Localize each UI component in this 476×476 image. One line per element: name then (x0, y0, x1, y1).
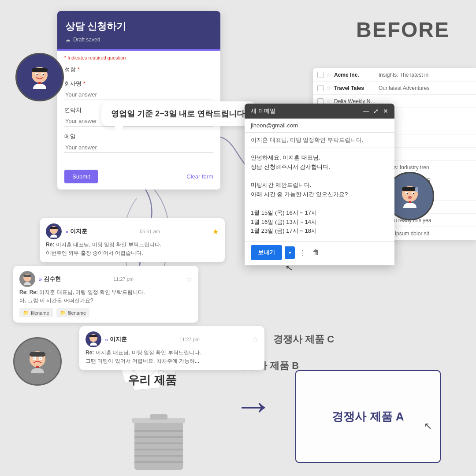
avatar-svg-2 (19, 271, 35, 287)
product-a-label: 경쟁사 제품 A (332, 409, 404, 424)
chat-name-1: » 이지훈 (65, 227, 87, 235)
chat-arrows-1: » (65, 228, 68, 235)
svg-rect-49 (134, 455, 183, 457)
gmail-sender-2: Travel Tales (334, 85, 376, 91)
svg-rect-25 (23, 275, 31, 277)
trash-bin (130, 399, 187, 476)
minimize-icon[interactable]: — (363, 108, 369, 115)
svg-text:×: × (33, 357, 35, 360)
svg-point-15 (413, 193, 414, 194)
chat-time-1: 05:51 am (140, 229, 160, 234)
svg-point-17 (415, 187, 418, 192)
form-draft: ☁ Draft saved (65, 37, 212, 43)
form-title: 상담 신청하기 (65, 20, 212, 33)
gmail-snippet-1: Insights: The latest in (379, 72, 472, 78)
svg-rect-45 (134, 430, 183, 432)
gmail-row-1[interactable]: ☆ Acme Inc. Insights: The latest in (313, 68, 476, 82)
chat-arrows-2: » (39, 276, 42, 283)
gmail-row-2[interactable]: ☆ Travel Tales Our latest Adventures (313, 82, 476, 95)
gmail-sender-1: Acme Inc. (334, 72, 376, 78)
chat-card-2: » 김수현 11:27 pm ☆ Re: Re: 이지훈 대표님, 미팅 일정 … (13, 266, 198, 323)
field-company-label: 회사명 * (64, 80, 213, 88)
required-asterisk: * (78, 66, 80, 73)
chat-header-3: » 이지훈 11:27 pm ☆ (86, 331, 258, 347)
required-asterisk-2: * (83, 80, 86, 87)
send-button[interactable]: 보내기 (251, 245, 282, 260)
email-compose-body: 안녕하세요, 이지훈 대표님. 상담 신청해주셔서 감사합니다. 미팅시간 제안… (245, 148, 394, 241)
chat-star-3[interactable]: ☆ (252, 335, 258, 344)
gmail-star-1[interactable]: ☆ (326, 71, 331, 78)
chat-attachments-2: 📁 filename 📁 filename (19, 308, 192, 317)
chat-avatar-3 (86, 331, 101, 347)
chat-body-1: 이번주엔 외부 출장 중이어서 어렵습니다. (46, 249, 219, 257)
email-input[interactable] (64, 142, 213, 153)
avatar-svg-3 (86, 331, 101, 347)
more-options-button[interactable]: ⋮ (298, 247, 308, 259)
svg-rect-2 (32, 68, 48, 72)
gmail-checkbox-2[interactable] (317, 85, 324, 91)
email-compose-subject: 이지훈 대표님, 미팅 일정확인 부탁드립니다. (245, 133, 394, 148)
form-actions: Submit Clear form (57, 166, 220, 190)
chat-re-2: Re: Re: 이지훈 대표님, 미팅 일정 확인 부탁드립니다. (19, 289, 192, 296)
product-c-label: 경쟁사 제품 C (273, 333, 334, 346)
form-header: 상담 신청하기 ☁ Draft saved (57, 11, 220, 49)
maximize-icon[interactable]: ⤢ (373, 108, 379, 115)
field-email-label: 메일 (64, 133, 213, 141)
field-name-label: 성함 * (64, 66, 213, 74)
product-a-box: 경쟁사 제품 A (295, 370, 441, 463)
company-input[interactable] (64, 89, 213, 100)
svg-line-38 (24, 350, 26, 353)
before-label: BEFORE (356, 18, 450, 42)
cursor-product-icon: ↖ (424, 420, 432, 432)
required-note: * Indicates required question (64, 55, 213, 60)
big-arrow-right: → (234, 386, 273, 425)
chat-card-1: » 이지훈 05:51 am ★ Re: 이지훈 대표님, 미팅 일정 확인 부… (40, 218, 225, 262)
svg-point-16 (408, 196, 412, 199)
svg-point-6 (43, 74, 44, 75)
chat-re-3: Re: 이지훈 대표님, 미팅 일정 확인 부탁드립니다. (86, 349, 258, 357)
face-svg-confused (394, 181, 425, 212)
gmail-star-2[interactable]: ☆ (326, 85, 331, 91)
close-icon[interactable]: ✕ (383, 108, 388, 115)
chat-name-3: » 이지훈 (105, 335, 127, 343)
field-company: 회사명 * (64, 80, 213, 100)
field-email: 메일 (64, 133, 213, 153)
chat-avatar-1 (46, 223, 62, 239)
svg-rect-48 (134, 449, 183, 450)
submit-button[interactable]: Submit (64, 170, 98, 183)
email-compose-controls: — ⤢ ✕ (363, 108, 388, 115)
email-compose-footer: 보내기 ▾ ⋮ 🗑 (245, 241, 394, 265)
svg-rect-50 (134, 461, 183, 463)
svg-rect-46 (134, 436, 183, 438)
clear-button[interactable]: Clear form (186, 173, 213, 180)
chat-arrows-3: » (105, 336, 108, 343)
delete-draft-button[interactable]: 🗑 (311, 247, 321, 258)
chat-time-2: 11:27 pm (113, 276, 134, 282)
chat-star-2[interactable]: ☆ (186, 275, 192, 283)
svg-point-5 (37, 74, 38, 75)
chat-star-1[interactable]: ★ (212, 227, 219, 236)
chat-re-1: Re: 이지훈 대표님, 미팅 일정 확인 부탁드립니다. (46, 241, 219, 249)
chat-container: » 이지훈 05:51 am ★ Re: 이지훈 대표님, 미팅 일정 확인 부… (40, 218, 264, 370)
folder-icon-2: 📁 (60, 310, 66, 316)
email-compose-header: 새 이메일 — ⤢ ✕ (245, 104, 394, 119)
chat-avatar-2 (19, 271, 35, 287)
chat-body-3: 그땐 미팅이 있어서 어렵네요. 차차주에 가능하... (86, 357, 258, 365)
svg-rect-28 (89, 335, 97, 337)
form-panel: 상담 신청하기 ☁ Draft saved * Indicates requir… (57, 11, 220, 190)
char-topleft (15, 53, 64, 101)
gmail-checkbox-1[interactable] (317, 72, 324, 78)
email-compose-to: jihoon@gmail.com (245, 119, 394, 133)
svg-rect-47 (134, 443, 183, 444)
send-dropdown-button[interactable]: ▾ (285, 246, 295, 259)
gmail-snippet-2: Our latest Adventures (379, 85, 472, 91)
folder-icon-1: 📁 (23, 310, 29, 316)
speech-bubble: 영업일 기준 2~3일 내로 연락드립니다. (101, 101, 257, 126)
avatar-svg-1 (46, 223, 62, 239)
svg-point-14 (407, 193, 408, 194)
char-circle-topleft (15, 53, 64, 101)
product-our-label: 우리 제품 (128, 372, 177, 388)
face-svg-topleft (24, 62, 55, 93)
field-name: 성함 * (64, 66, 213, 74)
trash-bin-svg (130, 399, 187, 474)
